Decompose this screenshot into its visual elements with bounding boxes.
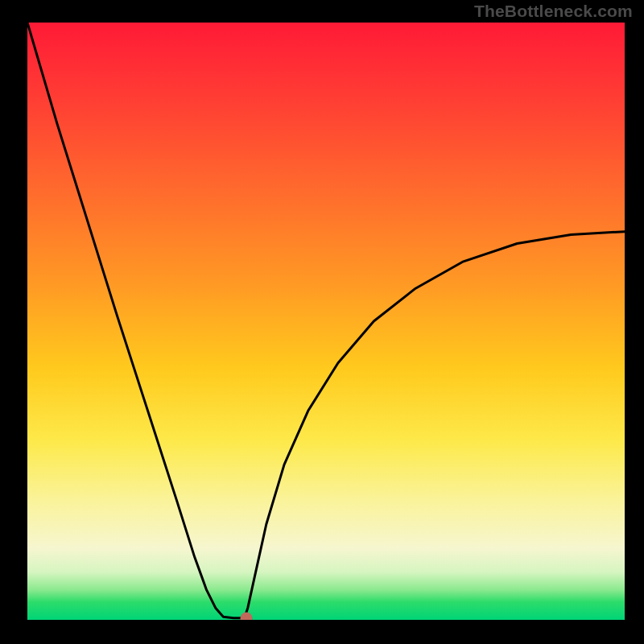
chart-frame: TheBottleneck.com	[0, 0, 644, 644]
watermark-text: TheBottleneck.com	[474, 2, 633, 21]
bottleneck-curve	[27, 23, 625, 618]
curve-svg	[27, 23, 625, 620]
marker-dot	[240, 612, 252, 620]
plot-area	[27, 23, 625, 620]
